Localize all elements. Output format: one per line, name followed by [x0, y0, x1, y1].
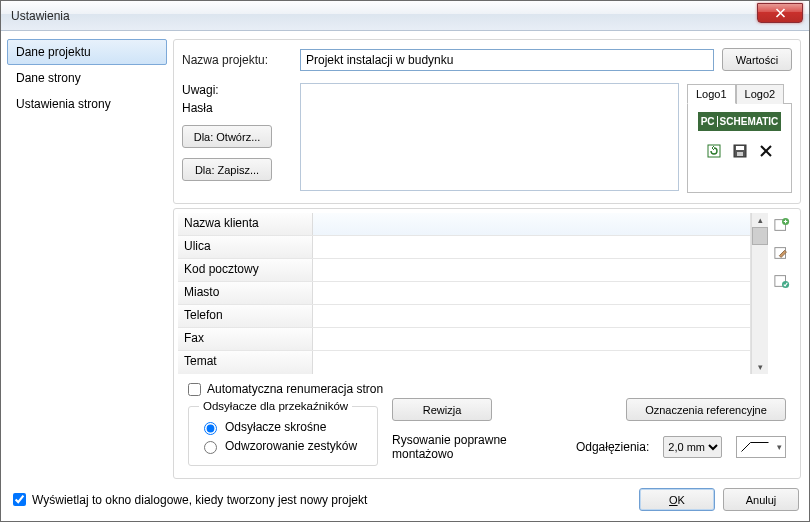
- edit-field-icon[interactable]: [774, 245, 790, 261]
- settings-window: Ustawienia Dane projektu Dane strony Ust…: [0, 0, 810, 522]
- svg-rect-2: [736, 146, 744, 150]
- logo-delete-icon[interactable]: [758, 143, 774, 159]
- table-row[interactable]: Miasto: [178, 282, 750, 305]
- values-button[interactable]: Wartości: [722, 48, 792, 71]
- branch-style-icon: [740, 441, 770, 453]
- branches-combo[interactable]: 2,0 mm: [663, 436, 722, 458]
- cancel-button[interactable]: Anuluj: [723, 488, 799, 511]
- cross-references-radio[interactable]: Odsyłacze skrośne: [199, 419, 367, 435]
- scroll-thumb[interactable]: [752, 227, 768, 245]
- logo-image: PCSCHEMATIC: [698, 112, 782, 131]
- add-field-icon[interactable]: [774, 217, 790, 233]
- open-for-button[interactable]: Dla: Otwórz...: [182, 125, 272, 148]
- logo-preview: PCSCHEMATIC: [687, 103, 792, 193]
- project-name-input[interactable]: [300, 49, 714, 71]
- sidebar-item-project-data[interactable]: Dane projektu: [7, 39, 167, 65]
- branch-style-combo[interactable]: ▾: [736, 436, 786, 458]
- window-title: Ustawienia: [11, 9, 70, 23]
- passwords-label: Hasła: [182, 101, 292, 115]
- relay-references-group: Odsyłacze dla przekaźników Odsyłacze skr…: [188, 400, 378, 466]
- svg-rect-0: [708, 145, 720, 157]
- sidebar-item-label: Ustawienia strony: [16, 97, 111, 111]
- show-on-new-checkbox[interactable]: Wyświetlaj to okno dialogowe, kiedy twor…: [13, 493, 631, 507]
- table-row[interactable]: Fax: [178, 328, 750, 351]
- logo-refresh-icon[interactable]: [706, 143, 722, 159]
- footer: Wyświetlaj to okno dialogowe, kiedy twor…: [1, 480, 809, 521]
- logo-box: Logo1 Logo2 PCSCHEMATIC: [687, 83, 792, 195]
- sidebar-item-page-settings[interactable]: Ustawienia strony: [7, 91, 167, 117]
- notes-textarea[interactable]: [300, 83, 679, 191]
- sidebar-item-label: Dane strony: [16, 71, 81, 85]
- table-row[interactable]: Telefon: [178, 305, 750, 328]
- svg-rect-3: [737, 152, 743, 156]
- notes-label: Uwagi:: [182, 83, 292, 97]
- save-for-button[interactable]: Dla: Zapisz...: [182, 158, 272, 181]
- auto-renumber-checkbox[interactable]: Automatyczna renumeracja stron: [188, 382, 786, 396]
- datafields-panel: Nazwa klienta Ulica Kod pocztowy Miasto …: [173, 208, 801, 479]
- mounting-correct-label: Rysowanie poprawne montażowo: [392, 433, 548, 461]
- datafields-grid: Nazwa klienta Ulica Kod pocztowy Miasto …: [178, 213, 751, 374]
- revision-button[interactable]: Rewizja: [392, 398, 492, 421]
- sidebar-item-page-data[interactable]: Dane strony: [7, 65, 167, 91]
- ok-button[interactable]: OK: [639, 488, 715, 511]
- titlebar: Ustawienia: [1, 1, 809, 31]
- close-icon: [775, 8, 786, 18]
- logo-save-icon[interactable]: [732, 143, 748, 159]
- tab-logo2[interactable]: Logo2: [736, 84, 785, 104]
- table-row[interactable]: Temat: [178, 351, 750, 374]
- scroll-down-icon[interactable]: ▾: [758, 362, 763, 372]
- field-settings-icon[interactable]: [774, 273, 790, 289]
- relay-legend: Odsyłacze dla przekaźników: [199, 400, 352, 412]
- project-panel: Nazwa projektu: Wartości Uwagi: Hasła Dl…: [173, 39, 801, 204]
- reference-designations-button[interactable]: Oznaczenia referencyjne: [626, 398, 786, 421]
- table-row[interactable]: Nazwa klienta: [178, 213, 750, 236]
- grid-scrollbar[interactable]: ▴ ▾: [751, 213, 768, 374]
- close-button[interactable]: [757, 3, 803, 23]
- branches-label: Odgałęzienia:: [576, 440, 649, 454]
- table-row[interactable]: Kod pocztowy: [178, 259, 750, 282]
- chevron-down-icon: ▾: [777, 442, 782, 452]
- sidebar-item-label: Dane projektu: [16, 45, 91, 59]
- project-name-label: Nazwa projektu:: [182, 53, 292, 67]
- sidebar: Dane projektu Dane strony Ustawienia str…: [7, 39, 167, 480]
- contact-mapping-radio[interactable]: Odwzorowanie zestyków: [199, 438, 367, 454]
- scroll-up-icon[interactable]: ▴: [758, 215, 763, 225]
- tab-logo1[interactable]: Logo1: [687, 84, 736, 104]
- table-row[interactable]: Ulica: [178, 236, 750, 259]
